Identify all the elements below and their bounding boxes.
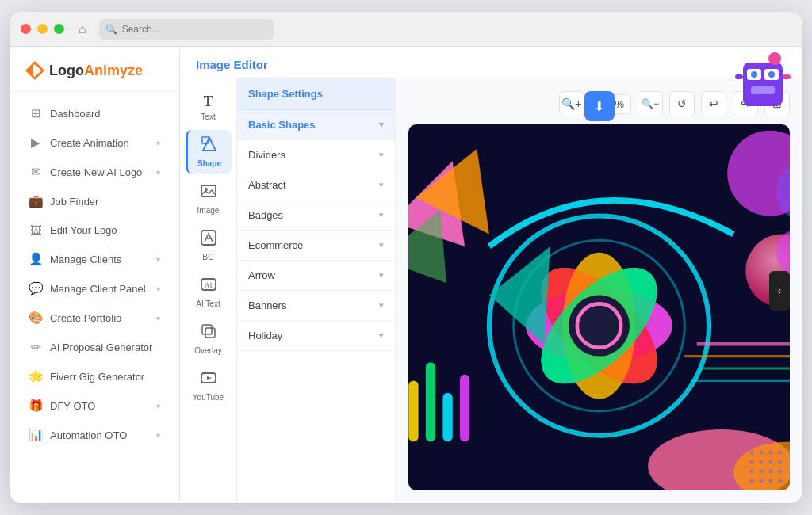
- tools-panel: T Text Shape: [180, 78, 237, 503]
- accordion-header-abstract[interactable]: Abstract ▾: [237, 170, 395, 200]
- svg-marker-24: [207, 376, 212, 380]
- accordion-abstract: Abstract ▾: [237, 170, 395, 200]
- proposal-icon: ✏: [29, 340, 43, 354]
- sidebar-item-automation-oto[interactable]: 📊 Automation OTO ▾: [14, 421, 174, 449]
- shapes-panel: Shape Settings Basic Shapes ▾ Dividers ▾: [237, 78, 396, 503]
- sidebar-item-ai-proposal[interactable]: ✏ AI Proposal Generator: [14, 333, 174, 361]
- accordion-header-dividers[interactable]: Dividers ▾: [237, 140, 395, 170]
- close-dot[interactable]: [21, 24, 31, 34]
- svg-text:AI: AI: [205, 281, 213, 289]
- sidebar-item-dfy-oto[interactable]: 🎁 DFY OTO ▾: [14, 391, 174, 420]
- sidebar-item-manage-clients[interactable]: 👤 Manage Clients ▾: [14, 245, 174, 273]
- logo-icon: [24, 59, 46, 82]
- chevron-down-icon: ▾: [379, 270, 384, 280]
- chevron-down-icon: ▾: [379, 180, 384, 190]
- sidebar-item-dashboard[interactable]: ⊞ Dashboard: [14, 99, 174, 128]
- collapse-button[interactable]: ‹: [769, 271, 790, 311]
- youtube-tool-icon: [200, 369, 217, 391]
- chevron-icon: ▾: [156, 314, 160, 322]
- sidebar-item-fiverr-gig[interactable]: 🌟 Fiverr Gig Generator: [14, 362, 174, 391]
- tool-ai-text[interactable]: AI AI Text: [186, 270, 232, 314]
- refresh-button[interactable]: ↺: [669, 91, 695, 116]
- svg-rect-49: [460, 375, 469, 442]
- bg-tool-icon: [200, 229, 217, 250]
- accordion-arrow: Arrow ▾: [237, 261, 395, 291]
- animation-icon: ▶: [29, 135, 43, 150]
- sidebar-item-job-finder[interactable]: 💼 Job Finder: [14, 187, 174, 216]
- maximize-dot[interactable]: [54, 24, 64, 34]
- logo-area: LogoAnimyze: [10, 47, 179, 92]
- svg-rect-47: [426, 362, 435, 441]
- canvas-area: ⬇ 🔍+ 100% 🔍− ↺ ↩ ↪ ⊞: [396, 78, 802, 503]
- dfy-icon: 🎁: [29, 399, 43, 413]
- accordion-ecommerce: Ecommerce ▾: [237, 231, 395, 261]
- chevron-down-icon: ▾: [379, 330, 384, 341]
- chevron-icon: ▾: [156, 431, 160, 440]
- ai-text-tool-icon: AI: [200, 276, 217, 297]
- main-layout: LogoAnimyze ⊞ Dashboard ▶ Create Animati…: [10, 47, 802, 503]
- image-tool-icon: [200, 182, 217, 204]
- address-bar[interactable]: 🔍: [99, 19, 274, 40]
- tool-shape[interactable]: Shape: [186, 130, 232, 174]
- zoom-in-button[interactable]: 🔍+: [559, 91, 584, 116]
- svg-rect-46: [408, 380, 418, 441]
- canvas-frame: [408, 124, 790, 490]
- shape-tool-icon: [201, 135, 218, 157]
- search-icon: 🔍: [105, 24, 117, 35]
- sidebar: LogoAnimyze ⊞ Dashboard ▶ Create Animati…: [10, 47, 180, 503]
- accordion-header-basic-shapes[interactable]: Basic Shapes ▾: [237, 110, 395, 139]
- fiverr-icon: 🌟: [29, 369, 43, 383]
- automation-icon: 📊: [29, 428, 43, 442]
- content-area: Image Editor T Text: [180, 47, 802, 503]
- svg-rect-21: [202, 325, 212, 334]
- portfolio-icon: 🎨: [29, 311, 43, 325]
- zoom-out-button[interactable]: 🔍−: [638, 91, 663, 116]
- tool-bg[interactable]: BG: [186, 223, 232, 267]
- home-icon[interactable]: ⌂: [79, 22, 86, 36]
- minimize-dot[interactable]: [37, 24, 48, 34]
- accordion-header-badges[interactable]: Badges ▾: [237, 200, 395, 230]
- accordion-header-ecommerce[interactable]: Ecommerce ▾: [237, 231, 395, 260]
- sidebar-item-manage-client-panel[interactable]: 💬 Manage Client Panel ▾: [14, 274, 174, 303]
- undo-button[interactable]: ↩: [701, 91, 726, 116]
- tool-youtube[interactable]: YouTube: [186, 364, 232, 407]
- accordion-basic-shapes: Basic Shapes ▾: [237, 110, 395, 140]
- search-input[interactable]: [122, 24, 267, 35]
- redo-button[interactable]: ↪: [733, 91, 758, 116]
- grid-button[interactable]: ⊞: [764, 91, 790, 116]
- svg-rect-22: [205, 328, 215, 338]
- accordion-header-arrow[interactable]: Arrow ▾: [237, 261, 395, 290]
- svg-rect-15: [201, 185, 216, 196]
- sidebar-item-create-animation[interactable]: ▶ Create Animation ▾: [14, 128, 174, 157]
- svg-marker-13: [203, 138, 216, 151]
- tool-image[interactable]: Image: [186, 177, 232, 220]
- chevron-down-icon: ▾: [379, 240, 384, 250]
- editor-area: T Text Shape: [180, 78, 802, 503]
- download-button[interactable]: ⬇: [584, 91, 615, 121]
- dashboard-icon: ⊞: [29, 106, 43, 120]
- accordion-holiday: Holiday ▾: [237, 321, 395, 351]
- accordion-badges: Badges ▾: [237, 200, 395, 231]
- chevron-down-icon: ▾: [379, 210, 384, 220]
- accordion-header-banners[interactable]: Banners ▾: [237, 291, 395, 320]
- edit-icon: 🖼: [29, 223, 43, 237]
- chevron-down-icon: ▾: [379, 300, 384, 311]
- chevron-icon: ▾: [156, 284, 160, 293]
- sidebar-item-edit-logo[interactable]: 🖼 Edit Your Logo: [14, 216, 174, 244]
- logo-text: LogoAnimyze: [49, 63, 143, 79]
- sidebar-item-create-portfolio[interactable]: 🎨 Create Portfolio ▾: [14, 303, 174, 332]
- svg-rect-48: [442, 393, 452, 442]
- accordion-dividers: Dividers ▾: [237, 140, 395, 170]
- chevron-icon: ▾: [156, 402, 160, 410]
- app-window: ⌂ 🔍 LogoAnimyze: [10, 12, 802, 503]
- accordion-header-holiday[interactable]: Holiday ▾: [237, 321, 395, 350]
- sidebar-item-create-ai-logo[interactable]: ✉ Create New AI Logo ▾: [14, 158, 174, 186]
- chevron-down-icon: ▾: [379, 150, 384, 160]
- tool-text[interactable]: T Text: [186, 88, 232, 127]
- titlebar: ⌂ 🔍: [10, 12, 802, 47]
- tool-overlay[interactable]: Overlay: [186, 317, 232, 360]
- chevron-down-icon: ▾: [379, 120, 384, 130]
- panel-header: Shape Settings: [237, 78, 395, 110]
- text-tool-icon: T: [203, 93, 213, 110]
- chevron-icon: ▾: [156, 139, 160, 147]
